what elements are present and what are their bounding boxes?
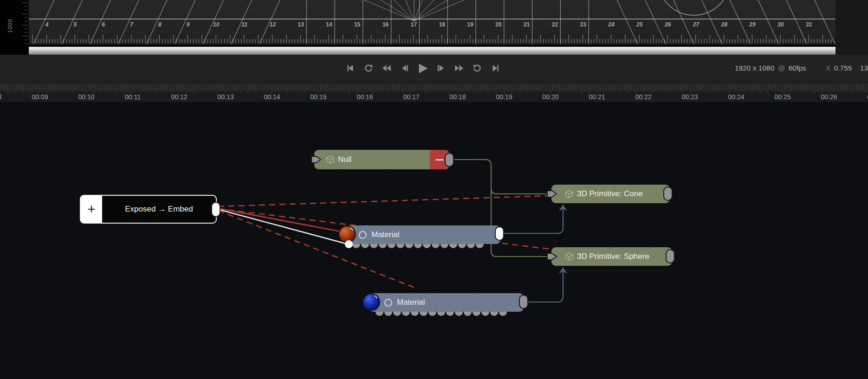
timecode-label: 00:20 [542,93,558,101]
svg-text:4: 4 [45,21,49,28]
node-3d-primitive-cone[interactable]: 3D Primitive: Cone [551,185,670,203]
sphere-input-port[interactable] [546,251,558,263]
material1-connected-port-dot[interactable] [345,240,353,248]
timecode-label: 00:19 [496,93,512,101]
material-input-bump[interactable] [464,312,472,316]
timecode-label: 00:12 [171,93,187,101]
timecode-label: 00:24 [728,93,744,101]
svg-text:29: 29 [749,21,756,28]
material-input-bump[interactable] [455,312,463,316]
timecode-label: 00:22 [635,93,651,101]
material-input-bump[interactable] [446,312,454,316]
svg-text:5: 5 [73,21,77,28]
exposed-embed-widget[interactable]: + Exposed → Embed [80,195,217,224]
application-window: Null + Exposed → Embed Material Material… [0,0,868,379]
material-icon [359,231,367,239]
material-input-bump[interactable] [467,244,475,248]
material-input-bump[interactable] [440,244,448,248]
svg-text:17: 17 [411,21,417,28]
render-viewport[interactable]: 1000 45678910111213141516171819202122232… [0,0,868,55]
svg-text:26: 26 [664,21,671,28]
cone-input-port[interactable] [546,188,558,200]
svg-text:20: 20 [495,21,502,28]
svg-text:18: 18 [439,21,446,28]
material-input-bump[interactable] [396,244,404,248]
timeline-labels-row[interactable]: 00:0800:0900:1000:1100:1200:1300:1400:15… [0,92,868,102]
zoom-multiplier: X 0.755 [826,64,853,72]
resolution-value: 1920 x 1080 [735,64,774,72]
cube-icon [325,154,335,165]
node-material-bottom[interactable]: Material [369,293,524,312]
material-input-bump[interactable] [423,244,431,248]
material-input-bump[interactable] [370,244,378,248]
material-input-bump[interactable] [458,244,466,248]
timecode-label: 00:16 [356,93,373,101]
cone-output-port[interactable] [663,186,673,201]
material2-output-port[interactable] [519,295,528,309]
svg-text:10: 10 [213,21,220,28]
material-input-bump[interactable] [476,244,484,248]
timeline-ruler[interactable]: 00:0800:0900:1000:1100:1200:1300:1400:15… [0,82,868,102]
svg-text:31: 31 [806,21,812,28]
timecode-label: 00:26 [821,93,837,101]
svg-text:23: 23 [580,21,587,28]
material-input-bump[interactable] [361,244,369,248]
material-input-bump[interactable] [428,312,436,316]
material-input-bump[interactable] [379,244,387,248]
material-input-bump[interactable] [420,312,428,316]
timecode-label: 00:08 [0,93,2,101]
null-output-port[interactable] [445,153,454,167]
material-input-bump[interactable] [411,312,419,316]
material-input-bump[interactable] [388,244,395,248]
viewport-right-panel [836,0,868,55]
material-input-bump[interactable] [432,244,440,248]
timecode-label: 00:13 [217,93,233,101]
sphere-output-port[interactable] [666,249,675,263]
transport-bar: 1920 x 1080 @ 60fps X 0.755 131 [0,55,868,82]
multiplier-value: 0.755 [834,64,852,72]
material-input-bump[interactable] [414,244,422,248]
svg-text:27: 27 [693,21,700,28]
status-readout: 1920 x 1080 @ 60fps X 0.755 131 [0,55,868,82]
material-input-bump[interactable] [437,312,445,316]
exposed-output-port[interactable] [211,202,220,217]
svg-text:14: 14 [326,21,332,28]
frame-counter-partial: 131 [860,64,868,72]
timecode-label: 00:14 [264,93,280,101]
svg-text:12: 12 [270,21,276,28]
svg-text:11: 11 [241,21,247,28]
material1-output-port[interactable] [495,226,504,241]
timecode-label: 00:17 [403,93,419,101]
material-input-bump[interactable] [473,312,480,316]
add-button[interactable]: + [81,196,102,223]
node-null[interactable]: Null [314,150,449,169]
material-input-bump[interactable] [352,244,360,248]
material-input-bump[interactable] [376,312,383,316]
node-material-top[interactable]: Material [346,225,500,244]
node-3d-primitive-sphere[interactable]: 3D Primitive: Sphere [551,247,672,266]
material-input-bump[interactable] [499,312,507,316]
cube-icon [564,251,574,262]
material-input-bump[interactable] [481,312,489,316]
material-input-bump[interactable] [490,312,498,316]
material-input-bump[interactable] [405,244,413,248]
material-input-bump[interactable] [384,312,392,316]
material1-input-bumps[interactable] [352,244,484,248]
timeline-tick-strip[interactable] [0,82,868,92]
node-null-label: Null [338,155,351,164]
resolution-status: 1920 x 1080 @ 60fps [735,64,806,72]
null-input-port[interactable] [310,154,322,166]
material-input-bump[interactable] [402,312,410,316]
node-material1-label: Material [371,230,399,239]
mat-metal-strip [29,47,836,55]
svg-text:30: 30 [777,21,784,28]
timecode-label: 00:23 [681,93,698,101]
svg-text:24: 24 [608,21,615,28]
material-input-bump[interactable] [449,244,457,248]
timecode-label: 00:18 [449,93,466,101]
material-input-bump[interactable] [393,312,401,316]
material2-preview-sphere[interactable] [363,293,380,311]
node-cone-label: 3D Primitive: Cone [577,189,643,199]
material2-input-bumps[interactable] [376,312,507,316]
svg-text:15: 15 [354,21,361,28]
